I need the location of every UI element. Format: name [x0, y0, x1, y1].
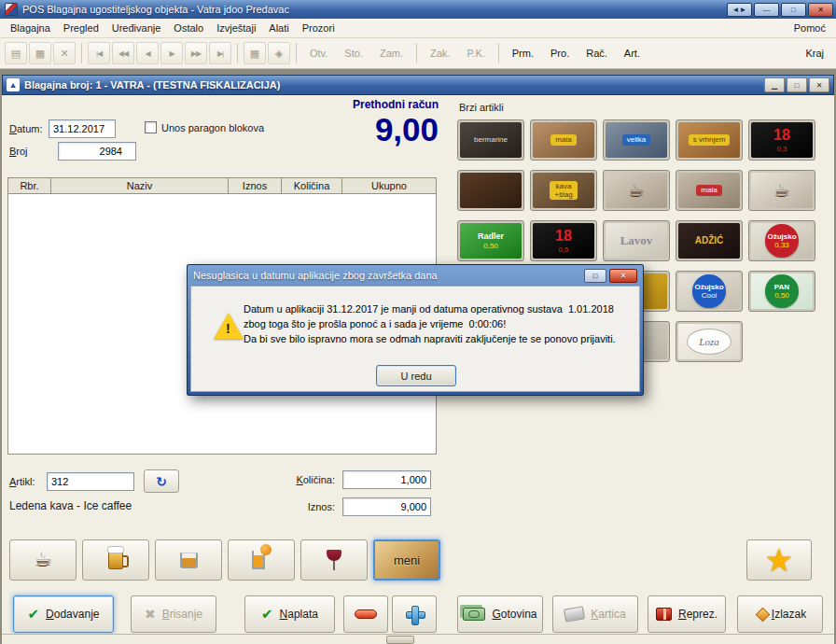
action-gotovina-button[interactable]: Gotovina: [457, 595, 543, 633]
favorites-button[interactable]: ★: [746, 539, 812, 581]
drink-button-beer[interactable]: [82, 539, 149, 581]
table-header-koliina: Količina: [282, 177, 342, 194]
toolbar-nav-icon-1[interactable]: ◀◀: [112, 42, 134, 64]
juice-icon: [252, 551, 265, 569]
menu-item-ureivanje[interactable]: Uređivanje: [105, 20, 168, 36]
quick-item-ozujsko-033[interactable]: Ožujsko0,33: [748, 220, 815, 261]
drink-button-meni[interactable]: meni: [373, 539, 440, 581]
menu-item-izvjetaji[interactable]: Izvještaji: [210, 20, 262, 36]
quantity-input[interactable]: [342, 470, 431, 489]
toolbar-icon-2[interactable]: ✕: [53, 42, 76, 64]
toolbar-button-zak[interactable]: Zak.: [423, 42, 457, 64]
artikl-row: Artikl: ↻: [9, 469, 179, 493]
toolbar-button-ra[interactable]: Rač.: [578, 42, 615, 64]
quick-item-18-05[interactable]: 180,5: [530, 220, 597, 261]
quick-item-kava-slag[interactable]: kava+šlag: [530, 170, 597, 211]
toolbar-nav-icon-0[interactable]: |◀: [88, 42, 110, 64]
drink-button-juice[interactable]: [228, 539, 295, 581]
child-close-icon[interactable]: ✕: [809, 77, 829, 92]
toolbar-button-pk[interactable]: P.K.: [459, 42, 492, 64]
quick-item-bijela-kava[interactable]: ☕: [748, 170, 815, 211]
quick-item-s-vrhnjem[interactable]: s vrhnjem: [676, 119, 743, 161]
menu-item-blagajna[interactable]: Blagajna: [4, 20, 57, 36]
drink-button-whiskey[interactable]: [155, 539, 222, 581]
coffee-cup-icon: ☕: [773, 181, 790, 200]
action-brisanje-button[interactable]: ✖Brisanje: [131, 595, 216, 633]
table-header-iznos: Iznos: [229, 177, 282, 194]
toolbar-nav-icon-4[interactable]: ▶▶: [185, 42, 207, 64]
quick-item-adzic[interactable]: ADŽIĆ: [676, 220, 743, 261]
date-input[interactable]: [49, 119, 116, 138]
child-window-titlebar[interactable]: ▲ Blagajna broj: 1 - VATRA - (TESTNA FIS…: [2, 75, 834, 95]
quick-item-cokolada[interactable]: [457, 170, 524, 211]
menu-item-pregled[interactable]: Pregled: [57, 20, 105, 36]
number-row: Broj: [9, 142, 136, 161]
quick-item-velika[interactable]: velika: [603, 119, 670, 161]
close-icon[interactable]: ✕: [808, 3, 833, 17]
paragon-checkbox[interactable]: [145, 121, 157, 133]
menu-item-prozori[interactable]: Prozori: [296, 20, 341, 36]
amount-input[interactable]: [342, 497, 431, 516]
meni-label: meni: [394, 553, 420, 567]
action-minus-button[interactable]: [343, 595, 388, 633]
drink-button-wine[interactable]: [300, 539, 368, 581]
quick-item-bermarine[interactable]: bermarine: [457, 119, 524, 161]
toolbar-button-prm[interactable]: Prm.: [505, 42, 541, 64]
action-naplata-button[interactable]: ✔Naplata: [244, 595, 335, 633]
menu-item-pomoc[interactable]: Pomoć: [787, 20, 832, 36]
toolbar-icon-0[interactable]: ▤: [5, 42, 27, 64]
dialog-titlebar[interactable]: Nesuglasica u datumu aplikacije zbog zav…: [190, 265, 640, 286]
action-plus-button[interactable]: [392, 595, 437, 633]
toolbar-button-pro[interactable]: Pro.: [543, 42, 577, 64]
toolbar-button-sto[interactable]: Sto.: [337, 42, 370, 64]
quick-item-mala-crvena[interactable]: mala: [676, 170, 743, 211]
menu-item-alati[interactable]: Alati: [262, 20, 295, 36]
horizontal-scrollbar[interactable]: [2, 634, 834, 644]
action-dodavanje-button[interactable]: ✔Dodavanje: [13, 595, 114, 633]
dialog-restore-icon[interactable]: □: [584, 269, 606, 283]
action-izlazak-button[interactable]: Izlazak: [737, 595, 823, 633]
dialog-title: Nesuglasica u datumu aplikacije zbog zav…: [193, 270, 438, 281]
quick-item-18-03[interactable]: 180,3: [748, 119, 815, 161]
dialog-ok-button[interactable]: U redu: [376, 365, 456, 386]
toolbar-nav-icon-5[interactable]: ▶|: [209, 42, 231, 64]
artikl-input[interactable]: [47, 472, 134, 491]
toolbar-button-art[interactable]: Art.: [617, 42, 648, 64]
quick-item-pan-050[interactable]: PAN0,50: [748, 271, 815, 312]
quick-item-kava-saucer[interactable]: ☕: [603, 170, 670, 211]
number-label: Broj: [9, 146, 58, 157]
pos-window: POS Blagajna ugostiteljskog objekta - Va…: [0, 0, 836, 644]
menu-item-ostalo[interactable]: Ostalo: [167, 20, 210, 36]
quick-item-lavov[interactable]: Lavov: [603, 220, 670, 261]
quick-item-radler-050[interactable]: Radler0,50: [457, 220, 524, 261]
toolbar-button-kraj[interactable]: Kraj: [798, 42, 831, 64]
toolbar-button-zam[interactable]: Zam.: [372, 42, 411, 64]
quick-item-ozujsko-cool[interactable]: OžujskoCool: [676, 271, 743, 312]
toolbar-separator: [498, 43, 499, 63]
toolbar-button-otv[interactable]: Otv.: [302, 42, 335, 64]
toolbar-mid-icon-1[interactable]: ◈: [268, 42, 290, 64]
minimize-icon[interactable]: —: [754, 3, 779, 17]
window-titlebar[interactable]: POS Blagajna ugostiteljskog objekta - Va…: [0, 0, 836, 19]
arrange-windows-icon[interactable]: ◄►: [727, 3, 752, 17]
action-reprez-button[interactable]: Reprez.: [648, 595, 726, 633]
toolbar-mid-icon-0[interactable]: ▦: [244, 42, 266, 64]
action-kartica-button[interactable]: Kartica: [552, 595, 638, 633]
toolbar-nav-icon-2[interactable]: ◀: [136, 42, 159, 64]
drink-button-coffee[interactable]: ☕: [9, 539, 77, 581]
whiskey-icon: [180, 553, 198, 568]
scrollbar-thumb[interactable]: [386, 636, 414, 644]
child-minimize-icon[interactable]: ▁: [764, 77, 785, 92]
child-maximize-icon[interactable]: □: [787, 77, 807, 92]
maximize-icon[interactable]: □: [781, 3, 806, 17]
number-input[interactable]: [58, 142, 136, 161]
toolbar-icon-1[interactable]: ▦: [29, 42, 51, 64]
toolbar-nav-icon-3[interactable]: ▶: [160, 42, 183, 64]
quick-item-loza[interactable]: Loza: [676, 321, 743, 362]
action-label: Naplata: [280, 608, 318, 621]
dialog-close-icon[interactable]: ✕: [609, 269, 637, 283]
quick-item-kava-mala[interactable]: mala: [530, 119, 597, 161]
artikl-refresh-button[interactable]: ↻: [144, 469, 179, 493]
menubar-items: BlagajnaPregledUređivanjeOstaloIzvještaj…: [4, 20, 341, 36]
check-icon: ✔: [28, 606, 40, 623]
